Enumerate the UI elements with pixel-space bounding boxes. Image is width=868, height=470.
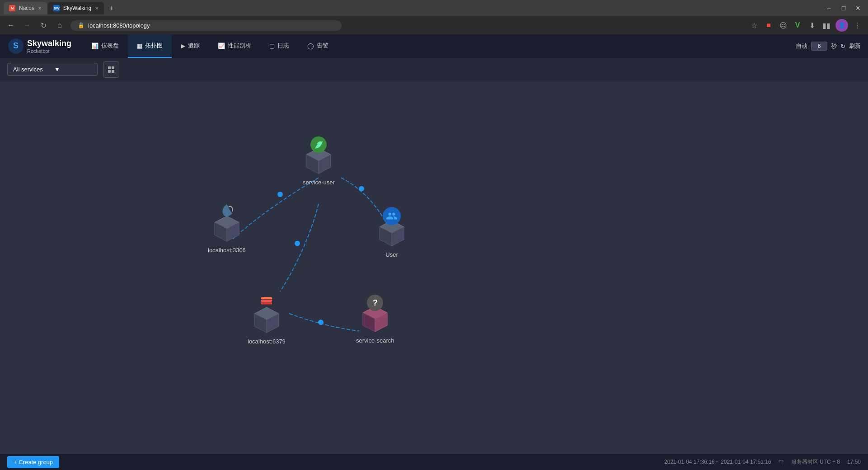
svg-point-8: [359, 186, 364, 192]
create-group-button[interactable]: + Create group: [7, 456, 59, 468]
home-button[interactable]: ⌂: [54, 20, 65, 31]
auto-label: 自动: [796, 42, 807, 50]
tab-skywalking-close[interactable]: ✕: [95, 6, 99, 11]
alert-icon: ◯: [307, 42, 314, 49]
grammar-icon[interactable]: V: [792, 20, 803, 31]
star-icon[interactable]: ☆: [749, 20, 760, 31]
leaf-icon: [310, 136, 327, 153]
svg-point-9: [295, 241, 300, 246]
svg-rect-4: [108, 70, 111, 73]
users-icon: [383, 207, 401, 225]
top-nav: S Skywalking Rocketbot 📊 仪表盘 ▦ 拓扑图 ▶ 追: [0, 34, 868, 58]
node-localhost-6379[interactable]: localhost:6379: [248, 304, 286, 345]
node-user[interactable]: User: [376, 217, 408, 258]
layout-btn[interactable]: [103, 61, 119, 78]
nacos-favicon: N: [9, 5, 15, 11]
logo: S Skywalking Rocketbot: [7, 38, 71, 55]
maximize-button[interactable]: □: [837, 2, 850, 14]
svg-text:S: S: [13, 41, 19, 50]
server-tz-label: 服务器时区 UTC + 8: [791, 458, 840, 466]
nav-trace-label: 追踪: [188, 42, 200, 50]
nav-log-label: 日志: [277, 42, 289, 50]
nav-perf[interactable]: 📈 性能剖析: [209, 34, 260, 58]
back-button[interactable]: ←: [5, 20, 16, 31]
refresh-button[interactable]: ↻: [38, 20, 49, 31]
logo-sub: Rocketbot: [27, 48, 71, 54]
node-user-label: User: [385, 251, 398, 258]
node-service-user-label: service-user: [303, 179, 335, 186]
extension-icon[interactable]: ▮▮: [821, 20, 832, 31]
nav-alert[interactable]: ◯ 告警: [298, 34, 338, 58]
nav-items: 📊 仪表盘 ▦ 拓扑图 ▶ 追踪 📈 性能剖析 ▢ 日志: [82, 34, 796, 58]
lang-indicator: 中: [779, 458, 784, 466]
local-time: 17:50: [847, 459, 861, 465]
perf-icon: 📈: [218, 42, 225, 49]
url-bar[interactable]: 🔒 localhost:8080/topology: [70, 20, 342, 31]
redis-icon: [259, 294, 274, 308]
new-tab-button[interactable]: +: [105, 2, 117, 14]
main-canvas: service-user localhost:3306: [0, 81, 868, 454]
services-label: All services: [13, 66, 51, 73]
topology-icon: ▦: [137, 42, 142, 49]
nav-perf-label: 性能剖析: [228, 42, 251, 50]
bottom-bar: + Create group 2021-01-04 17:36:16 ~ 202…: [0, 454, 868, 470]
nav-log[interactable]: ▢ 日志: [260, 34, 298, 58]
sub-toolbar: All services ▼: [0, 58, 868, 81]
user-avatar[interactable]: 👤: [835, 19, 848, 32]
log-icon: ▢: [269, 42, 275, 49]
svg-rect-3: [112, 66, 114, 69]
nav-dashboard[interactable]: 📊 仪表盘: [82, 34, 128, 58]
window-controls: – □ ✕: [823, 2, 864, 14]
node-service-user[interactable]: service-user: [303, 145, 335, 186]
download-icon[interactable]: ⬇: [807, 20, 817, 31]
chart-icon: 📊: [91, 42, 99, 49]
seconds-label: 秒: [831, 42, 837, 50]
more-menu-button[interactable]: ⋮: [852, 20, 863, 31]
unknown-icon: ?: [367, 295, 383, 311]
svg-rect-23: [261, 302, 272, 305]
shield-icon[interactable]: ■: [763, 20, 774, 31]
svg-rect-24: [261, 300, 272, 302]
nav-topology-label: 拓扑图: [145, 42, 163, 50]
mysql-icon: [220, 203, 234, 218]
close-button[interactable]: ✕: [852, 2, 864, 14]
tab-nacos[interactable]: N Nacos ✕: [4, 2, 47, 14]
address-bar: ← → ↻ ⌂ 🔒 localhost:8080/topology ☆ ■ ☹ …: [0, 16, 868, 34]
app: S Skywalking Rocketbot 📊 仪表盘 ▦ 拓扑图 ▶ 追: [0, 34, 868, 470]
svg-point-7: [277, 192, 283, 197]
nav-topology[interactable]: ▦ 拓扑图: [128, 34, 172, 58]
svg-rect-5: [112, 70, 114, 73]
svg-rect-25: [261, 297, 272, 300]
topology-edges: [0, 81, 868, 454]
refresh-icon[interactable]: ↻: [840, 43, 845, 50]
tab-bar: N Nacos ✕ SW SkyWalking ✕ +: [4, 0, 117, 16]
url-text: localhost:8080/topology: [88, 22, 150, 29]
node-localhost-3306-label: localhost:3306: [208, 247, 246, 254]
tab-nacos-label: Nacos: [19, 5, 34, 11]
node-localhost-6379-label: localhost:6379: [248, 338, 286, 345]
nav-right: 自动 秒 ↻ 刷新: [796, 42, 861, 51]
security-icon: 🔒: [78, 22, 84, 28]
nav-trace[interactable]: ▶ 追踪: [172, 34, 209, 58]
auto-refresh-input[interactable]: [811, 42, 827, 51]
browser-chrome: N Nacos ✕ SW SkyWalking ✕ + – □ ✕: [0, 0, 868, 16]
tab-nacos-close[interactable]: ✕: [38, 6, 42, 11]
svg-rect-2: [108, 66, 111, 69]
node-service-search-label: service-search: [356, 337, 394, 344]
clock-icon[interactable]: ☹: [778, 20, 788, 31]
tab-skywalking-label: SkyWalking: [63, 5, 91, 11]
services-select[interactable]: All services ▼: [7, 63, 98, 76]
chevron-down-icon: ▼: [54, 66, 92, 73]
minimize-button[interactable]: –: [823, 2, 835, 14]
bottom-right: 2021-01-04 17:36:16 ~ 2021-01-04 17:51:1…: [664, 458, 861, 466]
tab-skywalking[interactable]: SW SkyWalking ✕: [48, 2, 104, 14]
node-localhost-3306[interactable]: localhost:3306: [208, 212, 246, 254]
nav-alert-label: 告警: [317, 42, 328, 50]
node-service-search[interactable]: ? service-search: [356, 303, 394, 344]
svg-point-10: [318, 320, 324, 325]
skywalking-favicon: SW: [53, 5, 60, 11]
nav-dashboard-label: 仪表盘: [101, 42, 119, 50]
trace-icon: ▶: [181, 42, 185, 49]
refresh-label: 刷新: [849, 42, 861, 50]
forward-button[interactable]: →: [22, 20, 33, 31]
